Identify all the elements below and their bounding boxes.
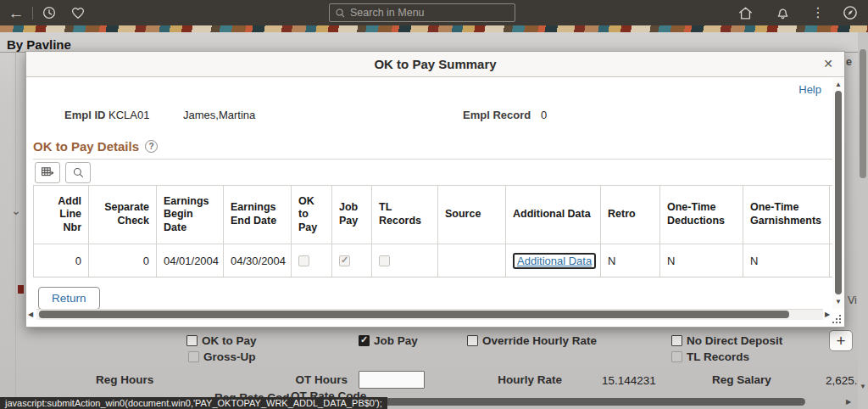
hourly-rate-label: Hourly Rate <box>496 373 562 386</box>
retro-cell: N <box>601 244 660 277</box>
gross-up-checkbox-row: Gross-Up <box>188 350 256 363</box>
job-pay-checkbox[interactable] <box>359 335 370 346</box>
occluded-text-fragment: Vi <box>848 294 857 306</box>
ok-to-pay-checkbox-row: OK to Pay <box>186 334 257 347</box>
return-button[interactable]: Return <box>38 287 100 310</box>
col-header: Job Pay <box>332 186 372 244</box>
add-row-button[interactable]: + <box>829 330 853 351</box>
grid-find-button[interactable] <box>65 162 91 183</box>
no-direct-deposit-checkbox[interactable] <box>671 335 682 346</box>
reg-hours-label: Reg Hours <box>96 373 153 386</box>
earnings-begin-date-cell: 04/01/2004 <box>157 244 224 277</box>
col-header: Addl Line Nbr <box>34 186 89 244</box>
tl-records-grid-checkbox <box>379 255 390 266</box>
empl-record-value: 0 <box>541 109 547 121</box>
decorative-banner <box>0 25 868 32</box>
additional-data-cell: Additional Data <box>506 244 601 277</box>
search-box[interactable] <box>329 3 515 22</box>
empl-record-label: Empl Record <box>463 109 531 121</box>
override-hourly-rate-checkbox-row: Override Hourly Rate <box>467 334 597 347</box>
override-hourly-rate-label: Override Hourly Rate <box>482 334 597 347</box>
actions-kebab-icon[interactable]: ⋮ <box>807 2 829 24</box>
tl-records-cell <box>372 244 438 277</box>
col-header: TL Records <box>372 186 438 244</box>
ot-hours-label: OT Hours <box>290 373 348 386</box>
separate-check-cell: 0 <box>89 244 157 277</box>
grid-data-row: 0 0 04/01/2004 04/30/2004 Additional Dat… <box>34 244 840 277</box>
dialog-titlebar: OK to Pay Summary <box>26 52 844 77</box>
tl-records-checkbox <box>671 351 682 362</box>
ok-to-pay-checkbox[interactable] <box>186 335 198 346</box>
job-pay-checkbox-row: Job Pay <box>359 334 418 347</box>
background-tab-fragment <box>18 285 24 294</box>
search-icon <box>335 8 346 19</box>
col-header: Separate Check <box>89 186 157 244</box>
col-header: Additional Data <box>506 186 601 244</box>
top-navigation-bar: ← ⋮ <box>0 0 868 25</box>
grid-action-bar <box>33 159 840 185</box>
tl-records-label: TL Records <box>687 350 749 363</box>
search-icon <box>72 166 85 179</box>
status-tooltip: javascript:submitAction_win0(document.wi… <box>0 397 387 409</box>
tl-records-checkbox-row: TL Records <box>671 350 749 363</box>
page-scroll-down-icon[interactable]: ▼ <box>860 384 866 390</box>
empl-name-value: James,Martina <box>183 109 255 121</box>
job-pay-label: Job Pay <box>374 334 418 347</box>
col-header: Source <box>438 186 506 244</box>
scroll-up-icon[interactable]: ▲ <box>835 81 842 88</box>
divider <box>32 7 33 20</box>
override-hourly-rate-checkbox[interactable] <box>467 335 478 346</box>
col-header: Earnings End Date <box>224 186 292 244</box>
job-pay-cell <box>332 244 372 277</box>
gross-up-checkbox <box>188 351 199 362</box>
col-header: Earnings Begin Date <box>157 186 224 244</box>
scroll-right-icon[interactable]: ▶ <box>825 311 830 318</box>
back-arrow-icon[interactable]: ← <box>5 2 27 24</box>
job-pay-grid-checkbox <box>339 255 350 266</box>
grid-personalize-button[interactable] <box>35 162 60 183</box>
page-scroll-right-icon[interactable]: ▶ <box>846 399 851 406</box>
close-icon[interactable]: ✕ <box>823 57 833 70</box>
search-input[interactable] <box>350 7 494 19</box>
no-direct-deposit-label: No Direct Deposit <box>687 334 782 347</box>
grid-icon <box>41 165 54 179</box>
favorites-heart-icon[interactable] <box>67 2 89 24</box>
ok-to-pay-details-grid: Addl Line Nbr Separate Check Earnings Be… <box>33 185 840 277</box>
notifications-bell-icon[interactable] <box>771 2 793 24</box>
one-time-deductions-cell: N <box>660 244 743 277</box>
recent-items-clock-icon[interactable] <box>38 2 60 24</box>
reg-salary-value: 2,625.00 <box>826 374 858 387</box>
ok-to-pay-cell <box>292 244 332 277</box>
addl-line-nbr-cell: 0 <box>34 244 89 277</box>
hourly-rate-value: 15.144231 <box>602 374 656 387</box>
additional-data-link[interactable]: Additional Data <box>513 253 596 269</box>
ok-to-pay-grid-checkbox <box>298 255 309 266</box>
col-header: Retro <box>601 186 660 244</box>
resize-grip[interactable] <box>832 314 843 325</box>
page-vscrollbar-thumb[interactable] <box>860 49 866 178</box>
earnings-end-date-cell: 04/30/2004 <box>224 244 292 277</box>
navbar-compass-icon[interactable] <box>839 2 861 24</box>
scroll-left-icon[interactable]: ◀ <box>28 311 33 318</box>
col-header: One-Time Garnishments <box>743 186 830 244</box>
no-direct-deposit-checkbox-row: No Direct Deposit <box>671 334 782 347</box>
modal-hscrollbar-thumb[interactable] <box>39 311 789 318</box>
ok-to-pay-label: OK to Pay <box>202 334 257 347</box>
page-byline: By Pavline <box>7 37 71 52</box>
col-header: OK to Pay <box>292 186 332 244</box>
source-cell <box>438 244 506 277</box>
dialog-title: OK to Pay Summary <box>374 57 496 71</box>
chevron-down-icon: ⌄ <box>11 204 21 217</box>
page-left-border <box>15 53 16 398</box>
help-question-icon[interactable]: ? <box>145 140 158 153</box>
occluded-text-fragment: e <box>846 56 852 68</box>
help-link[interactable]: Help <box>798 83 821 96</box>
reg-salary-label: Reg Salary <box>712 373 770 386</box>
modal-vscrollbar-thumb[interactable] <box>835 91 842 294</box>
ok-to-pay-summary-dialog: OK to Pay Summary ✕ Help Empl ID KCLA01 … <box>25 51 845 328</box>
scroll-down-icon[interactable]: ▼ <box>835 299 842 305</box>
empl-id-label: Empl ID <box>64 109 105 121</box>
ot-hours-input[interactable] <box>359 371 425 389</box>
section-heading-text: OK to Pay Details <box>33 139 139 154</box>
home-icon[interactable] <box>734 2 756 24</box>
